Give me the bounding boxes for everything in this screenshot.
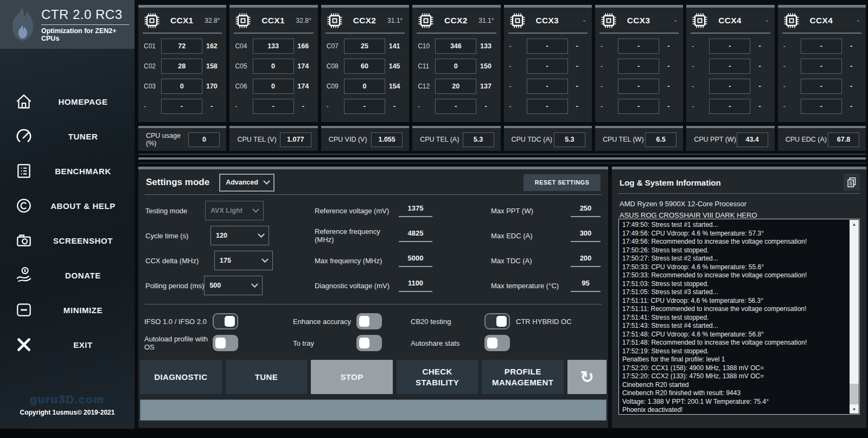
action-button[interactable]: CHECK STABILITY bbox=[397, 360, 478, 394]
settings-mode-dropdown[interactable]: Advanced bbox=[219, 174, 275, 192]
cpu-stat-cell: CPU TEL (A) 5.3 bbox=[412, 126, 500, 151]
setting-value-field[interactable]: 200 bbox=[571, 254, 601, 267]
core-label: C03 bbox=[144, 82, 161, 90]
core-label: - bbox=[692, 42, 709, 50]
guru3d-watermark: guru3D.com bbox=[0, 393, 135, 406]
sidebar-item-label: MINIMIZE bbox=[34, 306, 132, 315]
ccx-panel: CCX3 - - - - - - bbox=[504, 5, 592, 122]
core-row: - - - bbox=[235, 99, 312, 114]
setting-row: Polling period (ms) 500 bbox=[145, 276, 308, 295]
chevron-down-icon bbox=[261, 256, 269, 263]
core-frequency-value: - bbox=[568, 42, 586, 50]
refresh-button[interactable]: ↻ bbox=[567, 360, 607, 394]
copy-log-button[interactable] bbox=[844, 174, 860, 191]
sidebar-item-benchmark[interactable]: BENCHMARK bbox=[0, 154, 135, 188]
setting-value-field[interactable]: 1375 bbox=[399, 204, 432, 217]
separator-bar bbox=[138, 157, 866, 160]
toggle-switch[interactable] bbox=[356, 313, 382, 329]
log-scrollbar[interactable]: ▲ ▼ bbox=[850, 220, 859, 414]
core-label: - bbox=[144, 103, 161, 110]
setting-value-field[interactable]: 300 bbox=[571, 229, 601, 242]
core-value-field: - bbox=[618, 99, 659, 114]
core-value-field: - bbox=[618, 59, 659, 74]
progress-bar bbox=[140, 399, 607, 421]
core-label: C09 bbox=[327, 82, 344, 90]
core-value-field: 0 bbox=[344, 79, 385, 94]
core-label: C11 bbox=[418, 62, 435, 70]
cpu-stats-row: CPU usage (%) 0 CPU TEL (V) 1.077 CPU VI… bbox=[138, 126, 866, 151]
action-button[interactable]: TUNE bbox=[226, 360, 308, 394]
toggle-label: IFSO 1.0 / IFSO 2.0 bbox=[144, 318, 213, 326]
setting-dropdown[interactable]: AVX Light bbox=[205, 201, 264, 220]
action-button[interactable]: PROFILE MANAGEMENT bbox=[482, 360, 564, 394]
close-icon bbox=[14, 335, 34, 354]
scroll-down-arrow[interactable]: ▼ bbox=[850, 405, 859, 414]
core-label: C12 bbox=[418, 82, 435, 90]
setting-dropdown[interactable]: 120 bbox=[210, 226, 269, 245]
setting-row: Reference frequency (MHz) 4825 bbox=[315, 226, 477, 245]
sidebar-item-label: BENCHMARK bbox=[34, 167, 132, 176]
setting-value-field[interactable]: 250 bbox=[571, 204, 601, 217]
ccx-name: CCX1 bbox=[251, 16, 295, 26]
cpu-stat-label: CPU usage (%) bbox=[146, 132, 188, 147]
core-label: - bbox=[783, 82, 801, 90]
core-label: - bbox=[509, 62, 527, 70]
toggle-switch[interactable] bbox=[484, 313, 510, 329]
toggle-switch[interactable] bbox=[484, 335, 510, 351]
sidebar-item-tuner[interactable]: TUNER bbox=[0, 119, 135, 154]
core-label: - bbox=[327, 103, 344, 110]
sidebar-item-label: TUNER bbox=[34, 132, 132, 141]
action-button[interactable]: DIAGNOSTIC bbox=[140, 360, 222, 394]
setting-row: Max EDC (A) 300 bbox=[491, 226, 608, 245]
system-info-line: AMD Ryzen 9 5900X 12-Core Processor bbox=[620, 198, 859, 210]
action-button[interactable]: STOP bbox=[311, 360, 393, 394]
cpu-stat-value: 1.077 bbox=[280, 132, 311, 147]
log-line: 17:51:41: Stress test stopped. bbox=[622, 314, 847, 322]
ccx-temperature: 32.8° bbox=[203, 17, 220, 24]
setting-value-field[interactable]: 5000 bbox=[399, 254, 432, 267]
scroll-up-arrow[interactable]: ▲ bbox=[850, 220, 859, 228]
ccx-panel-header: CCX4 - bbox=[778, 8, 866, 33]
sidebar-item-minimize[interactable]: MINIMIZE bbox=[0, 293, 135, 327]
scrollbar-thumb[interactable] bbox=[850, 384, 859, 404]
log-line: 17:51:48: CPU Vdroop: 4.6 % temperature:… bbox=[622, 331, 847, 339]
sidebar-item-homepage[interactable]: HOMEPAGE bbox=[0, 84, 135, 119]
sidebar-item-label: HOMEPAGE bbox=[34, 97, 132, 106]
ccx-panel: CCX1 32.8° C04 133 166 C05 bbox=[229, 5, 317, 122]
toggle-switch[interactable] bbox=[356, 335, 382, 351]
setting-label: Testing mode bbox=[145, 207, 205, 215]
setting-value-field[interactable]: 95 bbox=[571, 279, 601, 292]
log-line: 17:52:19: Stress test stopped. bbox=[622, 347, 847, 356]
core-value-field: - bbox=[618, 39, 659, 54]
ccx-panel: CCX4 - - - - - - bbox=[686, 5, 774, 122]
setting-value-field[interactable]: 1100 bbox=[399, 279, 432, 292]
reset-settings-button[interactable]: RESET SETTINGS bbox=[524, 174, 601, 191]
sidebar-item-exit[interactable]: EXIT bbox=[0, 327, 135, 362]
core-row: C06 0 174 bbox=[235, 79, 312, 94]
ccx-temperature: 31.1° bbox=[478, 17, 494, 24]
core-label: - bbox=[601, 82, 618, 90]
setting-value-field[interactable]: 4825 bbox=[399, 229, 432, 242]
sidebar-item-donate[interactable]: DONATE bbox=[0, 258, 135, 293]
ccx-name: CCX3 bbox=[617, 16, 660, 26]
setting-label: Max PPT (W) bbox=[491, 207, 571, 215]
log-line: 17:49:56: Recommended to increase the vo… bbox=[622, 238, 847, 246]
cpu-stat-cell: CPU TDC (A) 5.3 bbox=[504, 126, 592, 151]
toggle-knob bbox=[487, 338, 497, 348]
log-line: 17:50:27: Stress test #2 started... bbox=[622, 255, 847, 263]
toggle-label: CTR HYBRID OC bbox=[516, 318, 620, 326]
cpu-stat-value: 5.3 bbox=[554, 132, 585, 147]
core-value-field: - bbox=[709, 79, 750, 94]
settings-mode-value: Advanced bbox=[226, 179, 264, 186]
setting-dropdown[interactable]: 500 bbox=[204, 276, 263, 295]
settings-dropdown-column: Testing mode AVX Light Cycle time (s) 12… bbox=[145, 201, 308, 301]
setting-dropdown[interactable]: 175 bbox=[214, 251, 273, 270]
ccx-temperature: 31.1° bbox=[386, 17, 403, 24]
toggle-switch[interactable] bbox=[213, 335, 238, 351]
sidebar-item-screenshot[interactable]: SCREENSHOT bbox=[0, 223, 135, 258]
core-frequency-value: 174 bbox=[294, 82, 312, 90]
core-frequency-value: 174 bbox=[294, 62, 312, 70]
sidebar-item-about[interactable]: ABOUT & HELP bbox=[0, 188, 135, 223]
log-line: Phoenix deactivated! bbox=[622, 406, 847, 415]
toggle-switch[interactable] bbox=[213, 313, 238, 329]
